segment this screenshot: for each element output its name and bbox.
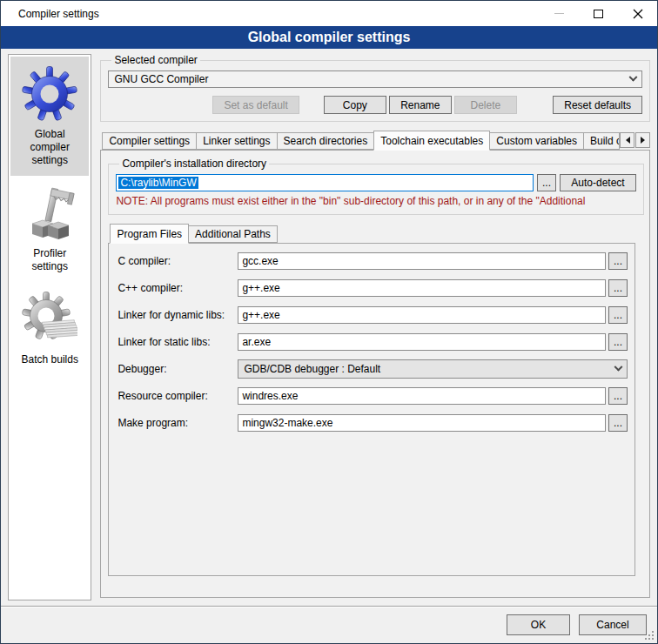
copy-button[interactable]: Copy [324, 96, 386, 114]
window-title: Compiler settings [18, 8, 99, 20]
selected-compiler-legend: Selected compiler [111, 54, 199, 66]
sidebar-item-profiler-settings[interactable]: Profiler settings [10, 176, 89, 282]
tab-scroll-controls [619, 132, 650, 148]
debugger-row: Debugger: GDB/CDB debugger : Default [118, 360, 631, 378]
subtab-program-files[interactable]: Program Files [110, 224, 189, 244]
tab-scroll-left-button[interactable] [620, 132, 634, 148]
dynamic-linker-browse-button[interactable]: ... [608, 306, 628, 324]
resize-grip[interactable] [643, 629, 654, 640]
close-icon [633, 9, 643, 19]
chevron-down-icon [614, 362, 623, 371]
tab-scroll-right-button[interactable] [635, 132, 650, 148]
install-dir-selected-text: C:\raylib\MinGW [118, 177, 198, 189]
make-program-input[interactable] [238, 414, 606, 432]
c-compiler-label: C compiler: [118, 255, 238, 267]
dynamic-linker-label: Linker for dynamic libs: [118, 309, 238, 321]
sidebar-item-global-compiler-settings[interactable]: Global compiler settings [10, 57, 89, 176]
debugger-select[interactable]: GDB/CDB debugger : Default [238, 359, 628, 379]
sidebar-item-batch-builds[interactable]: Batch builds [10, 282, 89, 375]
c-compiler-row: C compiler: ... [118, 252, 631, 270]
dynamic-linker-row: Linker for dynamic libs: ... [118, 306, 631, 324]
install-dir-row: C:\raylib\MinGW ... Auto-detect [116, 174, 636, 191]
debugger-label: Debugger: [118, 363, 238, 375]
selected-compiler-group: Selected compiler GNU GCC Compiler Set a… [100, 54, 650, 122]
sidebar: Global compiler settings [8, 54, 91, 600]
compiler-select[interactable]: GNU GCC Compiler [108, 70, 642, 88]
debugger-select-value: GDB/CDB debugger : Default [244, 363, 380, 375]
install-dir-input[interactable]: C:\raylib\MinGW [116, 174, 534, 191]
tab-compiler-settings[interactable]: Compiler settings [102, 132, 197, 150]
delete-button: Delete [454, 96, 517, 114]
main-panel: Selected compiler GNU GCC Compiler Set a… [100, 54, 650, 606]
cpp-compiler-row: C++ compiler: ... [118, 279, 631, 297]
triangle-right-icon [641, 137, 648, 144]
c-compiler-input[interactable] [238, 252, 606, 270]
c-compiler-browse-button[interactable]: ... [608, 252, 628, 270]
cpp-compiler-label: C++ compiler: [118, 282, 238, 294]
compiler-buttons-row: Set as default Copy Rename Delete Reset … [108, 96, 642, 114]
compiler-settings-window: Compiler settings Global compiler settin… [0, 0, 658, 644]
rename-button[interactable]: Rename [389, 96, 452, 114]
tab-toolchain-executables[interactable]: Toolchain executables [373, 131, 490, 151]
resource-compiler-label: Resource compiler: [118, 390, 238, 402]
tab-custom-variables[interactable]: Custom variables [489, 132, 584, 150]
tab-build-options[interactable]: Build options [583, 132, 620, 150]
reset-defaults-button[interactable]: Reset defaults [553, 96, 642, 114]
dialog-footer: OK Cancel [1, 606, 657, 643]
programs-tabstrip: Program Files Additional Paths [108, 224, 644, 243]
make-program-browse-button[interactable]: ... [608, 414, 628, 432]
sidebar-item-label: Global compiler settings [14, 128, 85, 167]
maximize-button[interactable] [579, 1, 618, 26]
program-files-page: C compiler: ... C++ compiler: ... [108, 243, 635, 576]
subtab-additional-paths[interactable]: Additional Paths [188, 225, 278, 243]
install-dir-note: NOTE: All programs must exist either in … [116, 195, 636, 207]
ok-button[interactable]: OK [507, 614, 570, 635]
static-linker-label: Linker for static libs: [118, 336, 238, 348]
minimize-button [540, 1, 579, 26]
compiler-select-value: GNU GCC Compiler [114, 73, 208, 85]
set-as-default-button: Set as default [212, 96, 299, 114]
sidebar-item-label: Profiler settings [14, 247, 85, 273]
cpp-compiler-input[interactable] [238, 279, 606, 297]
maximize-icon [594, 10, 603, 18]
install-dir-group: Compiler's installation directory C:\ray… [108, 158, 644, 215]
chevron-down-icon [629, 72, 638, 81]
static-linker-input[interactable] [238, 333, 606, 351]
install-dir-legend: Compiler's installation directory [119, 158, 269, 170]
static-linker-row: Linker for static libs: ... [118, 333, 631, 351]
tab-linker-settings[interactable]: Linker settings [196, 132, 277, 150]
tab-search-directories[interactable]: Search directories [277, 132, 375, 150]
resource-compiler-input[interactable] [238, 387, 606, 405]
sidebar-item-label: Batch builds [22, 353, 78, 366]
make-program-label: Make program: [118, 417, 238, 429]
triangle-left-icon [622, 137, 630, 144]
dialog-banner: Global compiler settings [1, 26, 657, 49]
settings-tabstrip: Compiler settings Linker settings Search… [100, 131, 650, 150]
browse-install-dir-button[interactable]: ... [537, 174, 556, 191]
cpp-compiler-browse-button[interactable]: ... [608, 279, 628, 297]
dynamic-linker-input[interactable] [238, 306, 606, 324]
resource-compiler-row: Resource compiler: ... [118, 387, 631, 405]
titlebar: Compiler settings [1, 1, 657, 26]
caliper-icon [22, 184, 77, 242]
titlebar-controls [540, 1, 657, 26]
gear-gray-icon [22, 291, 77, 348]
static-linker-browse-button[interactable]: ... [608, 333, 628, 351]
make-program-row: Make program: ... [118, 414, 631, 432]
auto-detect-button[interactable]: Auto-detect [560, 174, 636, 191]
close-button[interactable] [618, 1, 657, 26]
resource-compiler-browse-button[interactable]: ... [608, 387, 628, 405]
dialog-body: Global compiler settings [1, 49, 657, 606]
cancel-button[interactable]: Cancel [579, 614, 647, 635]
minimize-icon [554, 13, 564, 14]
toolchain-tab-page: Compiler's installation directory C:\ray… [100, 150, 650, 598]
gear-blue-icon [22, 65, 77, 123]
